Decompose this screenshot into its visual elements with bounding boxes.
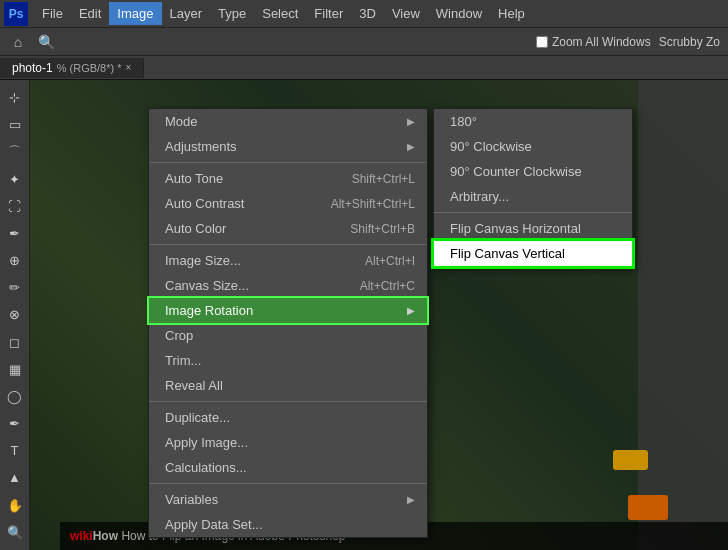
menu-filter[interactable]: Filter <box>306 2 351 25</box>
dodge-tool[interactable]: ◯ <box>3 385 27 408</box>
gradient-tool[interactable]: ▦ <box>3 358 27 381</box>
menu-sep-3 <box>149 401 427 402</box>
clone-tool[interactable]: ⊗ <box>3 303 27 326</box>
zoom-tool[interactable]: 🔍 <box>3 521 27 544</box>
menu-item-variables[interactable]: Variables ▶ <box>149 487 427 512</box>
rotation-arbitrary[interactable]: Arbitrary... <box>434 184 632 209</box>
menu-type[interactable]: Type <box>210 2 254 25</box>
eyedropper-tool[interactable]: ✒ <box>3 222 27 245</box>
menu-3d[interactable]: 3D <box>351 2 384 25</box>
scrubby-zoom-label: Scrubby Zo <box>659 35 720 49</box>
menu-item-crop[interactable]: Crop <box>149 323 427 348</box>
wikihow-wiki-label: wiki <box>70 529 93 543</box>
menu-item-apply-data-set[interactable]: Apply Data Set... <box>149 512 427 537</box>
shortcut-canvas-size: Alt+Ctrl+C <box>360 279 415 293</box>
ps-icon: Ps <box>4 2 28 26</box>
lasso-tool[interactable]: ⌒ <box>3 140 27 163</box>
road-decoration <box>638 80 728 550</box>
menu-item-apply-image[interactable]: Apply Image... <box>149 430 427 455</box>
toolbar-row: ⌂ 🔍 Zoom All Windows Scrubby Zo <box>0 28 728 56</box>
left-toolbar: ⊹ ▭ ⌒ ✦ ⛶ ✒ ⊕ ✏ ⊗ ◻ ▦ ◯ ✒ T ▲ ✋ 🔍 <box>0 80 30 550</box>
magic-wand-tool[interactable]: ✦ <box>3 168 27 191</box>
flip-canvas-horizontal[interactable]: Flip Canvas Horizontal <box>434 216 632 241</box>
submenu-arrow-mode: ▶ <box>407 116 415 127</box>
hand-tool[interactable]: ✋ <box>3 494 27 517</box>
menu-layer[interactable]: Layer <box>162 2 211 25</box>
menu-select[interactable]: Select <box>254 2 306 25</box>
menu-item-image-size[interactable]: Image Size... Alt+Ctrl+I <box>149 248 427 273</box>
menu-window[interactable]: Window <box>428 2 490 25</box>
rotation-90cw[interactable]: 90° Clockwise <box>434 134 632 159</box>
menu-item-duplicate[interactable]: Duplicate... <box>149 405 427 430</box>
text-tool[interactable]: T <box>3 439 27 462</box>
menu-item-mode[interactable]: Mode ▶ <box>149 109 427 134</box>
car-yellow <box>613 450 648 470</box>
shortcut-auto-color: Shift+Ctrl+B <box>350 222 415 236</box>
brush-tool[interactable]: ✏ <box>3 276 27 299</box>
menu-item-image-rotation[interactable]: Image Rotation ▶ <box>149 298 427 323</box>
shortcut-image-size: Alt+Ctrl+I <box>365 254 415 268</box>
menu-file[interactable]: File <box>34 2 71 25</box>
zoom-all-windows-checkbox[interactable]: Zoom All Windows <box>536 35 651 49</box>
home-icon[interactable]: ⌂ <box>8 32 28 52</box>
submenu-arrow-rotation: ▶ <box>407 305 415 316</box>
menu-sep-1 <box>149 162 427 163</box>
image-menu: Mode ▶ Adjustments ▶ Auto Tone Shift+Ctr… <box>148 108 428 538</box>
menu-item-canvas-size[interactable]: Canvas Size... Alt+Ctrl+C <box>149 273 427 298</box>
flip-canvas-vertical[interactable]: Flip Canvas Vertical <box>434 241 632 266</box>
main-area: ⊹ ▭ ⌒ ✦ ⛶ ✒ ⊕ ✏ ⊗ ◻ ▦ ◯ ✒ T ▲ ✋ 🔍 wikiHo… <box>0 80 728 550</box>
tab-bar: photo-1 % (RGB/8*) * × <box>0 56 728 80</box>
shortcut-auto-contrast: Alt+Shift+Ctrl+L <box>331 197 415 211</box>
menu-item-calculations[interactable]: Calculations... <box>149 455 427 480</box>
pen-tool[interactable]: ✒ <box>3 412 27 435</box>
zoom-tool-icon[interactable]: 🔍 <box>36 32 56 52</box>
move-tool[interactable]: ⊹ <box>3 86 27 109</box>
rotation-180[interactable]: 180° <box>434 109 632 134</box>
car-orange <box>628 495 668 520</box>
photo-tab[interactable]: photo-1 % (RGB/8*) * × <box>0 58 144 78</box>
rotation-submenu: 180° 90° Clockwise 90° Counter Clockwise… <box>433 108 633 267</box>
menu-item-auto-color[interactable]: Auto Color Shift+Ctrl+B <box>149 216 427 241</box>
crop-tool[interactable]: ⛶ <box>3 195 27 218</box>
shape-tool[interactable]: ▲ <box>3 466 27 489</box>
menu-sep-2 <box>149 244 427 245</box>
menu-image[interactable]: Image <box>109 2 161 25</box>
wikihow-how-label: How <box>93 529 118 543</box>
menu-item-reveal-all[interactable]: Reveal All <box>149 373 427 398</box>
menu-item-adjustments[interactable]: Adjustments ▶ <box>149 134 427 159</box>
eraser-tool[interactable]: ◻ <box>3 331 27 354</box>
healing-tool[interactable]: ⊕ <box>3 249 27 272</box>
select-rect-tool[interactable]: ▭ <box>3 113 27 136</box>
submenu-arrow-adjustments: ▶ <box>407 141 415 152</box>
shortcut-auto-tone: Shift+Ctrl+L <box>352 172 415 186</box>
rotation-90ccw[interactable]: 90° Counter Clockwise <box>434 159 632 184</box>
menu-item-auto-contrast[interactable]: Auto Contrast Alt+Shift+Ctrl+L <box>149 191 427 216</box>
tab-close-button[interactable]: × <box>126 62 132 73</box>
menu-view[interactable]: View <box>384 2 428 25</box>
menu-help[interactable]: Help <box>490 2 533 25</box>
submenu-arrow-variables: ▶ <box>407 494 415 505</box>
rotation-sep-1 <box>434 212 632 213</box>
menu-sep-4 <box>149 483 427 484</box>
menu-edit[interactable]: Edit <box>71 2 109 25</box>
menu-item-trim[interactable]: Trim... <box>149 348 427 373</box>
menu-bar: Ps File Edit Image Layer Type Select Fil… <box>0 0 728 28</box>
menu-item-auto-tone[interactable]: Auto Tone Shift+Ctrl+L <box>149 166 427 191</box>
